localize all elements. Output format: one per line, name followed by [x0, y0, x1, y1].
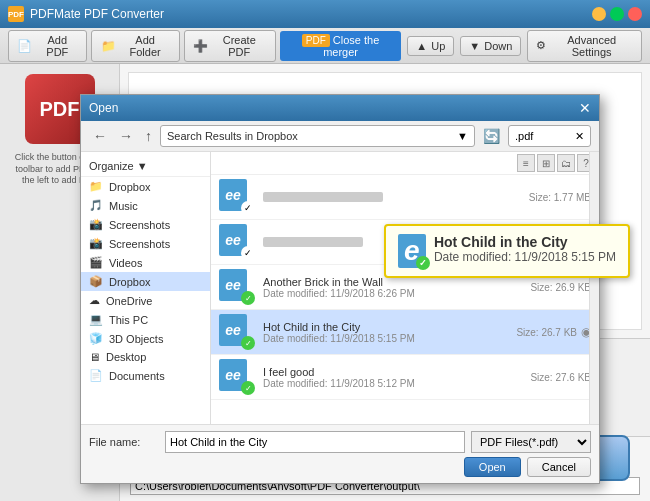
down-button[interactable]: ▼ Down	[460, 36, 521, 56]
nav-item-dropbox[interactable]: 📁 Dropbox	[81, 177, 210, 196]
add-folder-button[interactable]: 📁 Add Folder	[91, 30, 179, 62]
thispc-nav-icon: 💻	[89, 313, 103, 326]
screenshots-nav-icon-1: 📸	[89, 218, 103, 231]
file-size-3: Size: 26.9 KB	[530, 282, 591, 293]
close-merger-button[interactable]: PDF Close the merger	[280, 31, 402, 61]
file-details-3: Another Brick in the Wall Date modified:…	[263, 276, 530, 299]
file-icon-2: e ✓	[219, 224, 255, 260]
close-button[interactable]	[628, 7, 642, 21]
location-path: Search Results in Dropbox	[167, 130, 457, 142]
files-view-toolbar: ≡ ⊞ 🗂 ?	[211, 152, 599, 175]
filename-row: File name: PDF Files(*.pdf)	[89, 431, 591, 453]
nav-documents-label: Documents	[109, 370, 165, 382]
main-toolbar: 📄 Add PDF 📁 Add Folder ➕ Create PDF PDF …	[0, 28, 650, 64]
screenshots-nav-icon-2: 📸	[89, 237, 103, 250]
file-badge-1: ✓	[241, 201, 255, 215]
settings-icon: ⚙	[536, 39, 546, 52]
dialog-actions: Open Cancel	[89, 457, 591, 477]
file-item-4[interactable]: e ✓ Hot Child in the City Date modified:…	[211, 310, 599, 355]
cancel-button[interactable]: Cancel	[527, 457, 591, 477]
file-item-5[interactable]: e ✓ I feel good Date modified: 11/9/2018…	[211, 355, 599, 400]
nav-screenshots-label-2: Screenshots	[109, 238, 170, 250]
nav-desktop-label: Desktop	[106, 351, 146, 363]
tooltip-file-icon: e ✓	[398, 234, 426, 268]
maximize-button[interactable]	[610, 7, 624, 21]
app-title: PDFMate PDF Converter	[30, 7, 592, 21]
open-button[interactable]: Open	[464, 457, 521, 477]
dialog-close-button[interactable]: ✕	[579, 100, 591, 116]
down-icon: ▼	[469, 40, 480, 52]
nav-dropbox-selected-label: Dropbox	[109, 276, 151, 288]
file-details-5: I feel good Date modified: 11/9/2018 5:1…	[263, 366, 530, 389]
advanced-settings-button[interactable]: ⚙ Advanced Settings	[527, 30, 642, 62]
file-icon-3: e ✓	[219, 269, 255, 305]
scrollbar[interactable]	[589, 152, 599, 424]
file-meta-3: Date modified: 11/9/2018 6:26 PM	[263, 288, 530, 299]
details-view-icon[interactable]: ⊞	[537, 154, 555, 172]
file-badge-5: ✓	[241, 381, 255, 395]
nav-item-thispc[interactable]: 💻 This PC	[81, 310, 210, 329]
file-tooltip: e ✓ Hot Child in the City Date modified:…	[384, 224, 630, 278]
close-merger-label: Close the merger	[323, 34, 379, 58]
tooltip-content: e ✓ Hot Child in the City Date modified:…	[398, 234, 616, 268]
add-pdf-button[interactable]: 📄 Add PDF	[8, 30, 87, 62]
nav-item-desktop[interactable]: 🖥 Desktop	[81, 348, 210, 366]
nav-3dobjects-label: 3D Objects	[109, 333, 163, 345]
create-pdf-button[interactable]: ➕ Create PDF	[184, 30, 276, 62]
location-bar: Search Results in Dropbox ▼	[160, 125, 475, 147]
dialog-bottom: File name: PDF Files(*.pdf) Open Cancel	[81, 424, 599, 483]
nav-item-videos[interactable]: 🎬 Videos	[81, 253, 210, 272]
file-icon-1: e ✓	[219, 179, 255, 215]
file-item-1[interactable]: e ✓ Size: 1.77 MB	[211, 175, 599, 220]
minimize-button[interactable]	[592, 7, 606, 21]
file-icon-5: e ✓	[219, 359, 255, 395]
open-dialog: Open ✕ ← → ↑ Search Results in Dropbox ▼…	[80, 94, 600, 484]
file-name-1	[263, 192, 383, 202]
nav-item-screenshots-2[interactable]: 📸 Screenshots	[81, 234, 210, 253]
nav-item-dropbox-selected[interactable]: 📦 Dropbox	[81, 272, 210, 291]
tooltip-title: Hot Child in the City	[434, 234, 616, 250]
refresh-button[interactable]: 🔄	[479, 126, 504, 146]
title-bar: PDF PDFMate PDF Converter	[0, 0, 650, 28]
add-folder-label: Add Folder	[120, 34, 171, 58]
nav-dropbox-label: Dropbox	[109, 181, 151, 193]
dialog-toolbar: ← → ↑ Search Results in Dropbox ▼ 🔄 ✕	[81, 121, 599, 152]
large-icon-view[interactable]: 🗂	[557, 154, 575, 172]
app-window: PDF PDFMate PDF Converter 📄 Add PDF 📁 Ad…	[0, 0, 650, 501]
forward-button[interactable]: →	[115, 126, 137, 146]
search-input[interactable]	[515, 130, 575, 142]
dialog-title-bar: Open ✕	[81, 95, 599, 121]
location-dropdown-icon[interactable]: ▼	[457, 130, 468, 142]
organize-button[interactable]: Organize ▼	[85, 158, 152, 174]
videos-nav-icon: 🎬	[89, 256, 103, 269]
music-nav-icon: 🎵	[89, 199, 103, 212]
3dobjects-nav-icon: 🧊	[89, 332, 103, 345]
nav-item-screenshots-1[interactable]: 📸 Screenshots	[81, 215, 210, 234]
documents-nav-icon: 📄	[89, 369, 103, 382]
dropbox-nav-icon: 📁	[89, 180, 103, 193]
nav-item-music[interactable]: 🎵 Music	[81, 196, 210, 215]
view-icons: ≡ ⊞ 🗂 ?	[517, 154, 595, 172]
back-button[interactable]: ←	[89, 126, 111, 146]
list-view-icon[interactable]: ≡	[517, 154, 535, 172]
filetype-select[interactable]: PDF Files(*.pdf)	[471, 431, 591, 453]
file-meta-5: Date modified: 11/9/2018 5:12 PM	[263, 378, 530, 389]
up-dir-button[interactable]: ↑	[141, 126, 156, 146]
filename-input[interactable]	[165, 431, 465, 453]
nav-thispc-label: This PC	[109, 314, 148, 326]
up-button[interactable]: ▲ Up	[407, 36, 454, 56]
search-clear-icon[interactable]: ✕	[575, 130, 584, 143]
window-controls	[592, 7, 642, 21]
up-icon: ▲	[416, 40, 427, 52]
filename-label: File name:	[89, 436, 159, 448]
files-area: ≡ ⊞ 🗂 ? e ✓	[211, 152, 599, 424]
file-name-4: Hot Child in the City	[263, 321, 516, 333]
dialog-title: Open	[89, 101, 579, 115]
nav-item-documents[interactable]: 📄 Documents	[81, 366, 210, 385]
nav-item-3dobjects[interactable]: 🧊 3D Objects	[81, 329, 210, 348]
add-pdf-label: Add PDF	[36, 34, 78, 58]
nav-item-onedrive[interactable]: ☁ OneDrive	[81, 291, 210, 310]
add-folder-icon: 📁	[100, 38, 115, 54]
nav-music-label: Music	[109, 200, 138, 212]
search-box: ✕	[508, 125, 591, 147]
